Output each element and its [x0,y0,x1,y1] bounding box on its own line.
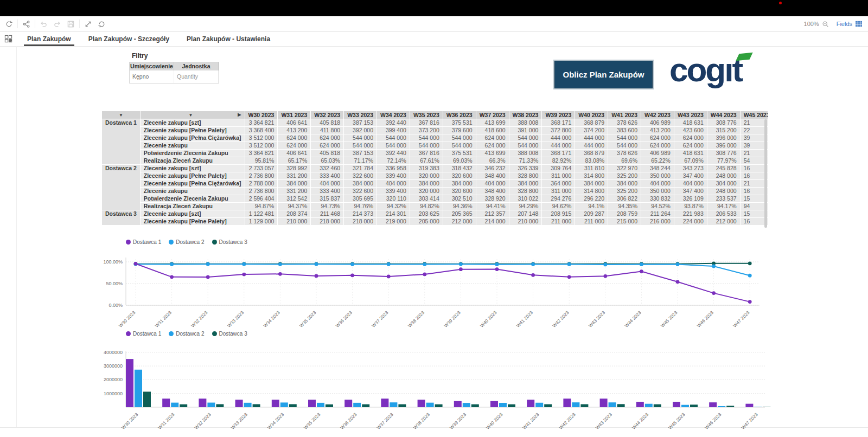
legend-item-dostawca-3[interactable]: Dostawca 3 [212,331,247,337]
pivot-week-header: W41 2023 [608,111,641,119]
pivot-value-cell: 71.33% [509,157,542,164]
sheet-navigator-icon[interactable] [0,35,16,43]
pivot-value-cell: 406 989 [641,119,674,126]
pivot-value-cell: 404 000 [641,180,674,187]
filter-value-umiejscowienie[interactable]: Kępno [130,70,174,83]
oblicz-plan-zakupow-button[interactable]: Oblicz Plan Zakupów [554,61,653,88]
pivot-value-cell: 94.73% [311,203,343,210]
pivot-dimension-dropdown-1[interactable]: ▼ [102,111,140,119]
pivot-value-cell: 294 276 [542,195,575,202]
pivot-value-cell: 406 989 [641,150,674,157]
pivot-value-cell: 65.22% [641,157,674,164]
table-row: Realizacja Zleceń Zakupu95.81%65.17%65.0… [102,157,768,164]
pivot-value-cell: 16 [741,218,768,225]
sync-icon[interactable] [2,18,16,30]
legend-item-dostawca-1[interactable]: Dostawca 1 [126,331,161,337]
filter-header-umiejscowienie[interactable]: Umiejscowienie [130,62,174,70]
pivot-value-cell: 367 816 [410,150,443,157]
legend-item-dostawca-1[interactable]: Dostawca 1 [126,239,161,245]
pivot-value-cell: 314 800 [575,188,608,195]
pivot-value-cell: 218 000 [311,218,343,225]
zoom-control[interactable]: 100% [804,21,829,28]
share-icon[interactable] [20,18,33,30]
table-row: Realizacja Zleceń Zakupu94.87%94.37%94.7… [102,203,768,210]
pivot-value-cell: 304 000 [707,180,740,187]
line-chart-legend: Dostawca 1Dostawca 2Dostawca 3 [126,239,247,245]
cogit-logo: cogıt [669,52,773,90]
svg-text:W43 2023: W43 2023 [588,310,607,329]
pivot-measure-label: Zlecenie zakupu [szt] [141,210,245,217]
pivot-value-cell: 94.82% [410,203,443,210]
table-row: Zlecenie zakupu [Pełne Palety]3 368 4004… [102,127,768,134]
magnifier-icon [822,21,829,28]
pivot-value-cell: 624 000 [674,134,707,142]
pivot-value-cell: 320 000 [410,188,443,195]
svg-text:W33 2023: W33 2023 [230,412,249,430]
pivot-value-cell: 544 000 [608,134,641,142]
pivot-measure-label: Potwierdzenie Zlecenia Zakupu [141,195,245,202]
pivot-value-cell: 94.76% [344,203,376,210]
pivot-value-cell: 348 244 [641,165,674,172]
legend-item-dostawca-2[interactable]: Dostawca 2 [169,239,204,245]
pivot-week-header: W39 2023 [542,111,575,119]
pivot-value-cell: 348 400 [476,188,509,195]
pivot-value-cell: 339 400 [377,172,410,179]
svg-text:W31 2023: W31 2023 [154,310,173,329]
pivot-value-cell: 83.08% [575,157,608,164]
pivot-value-cell: 39 [741,142,768,149]
tab-3[interactable]: Plan Zakupów - Ustawienia [178,31,279,46]
pivot-value-cell: 94.87% [245,203,278,210]
pivot-value-cell: 310 022 [509,195,542,202]
pivot-value-cell: 215 000 [608,218,641,225]
pivot-group-label: Dostawca 2 [102,165,140,210]
pivot-value-cell: 372 800 [542,127,575,134]
pivot-value-cell: 328 992 [278,165,310,172]
expand-icon[interactable] [81,18,95,30]
pivot-value-cell: 208 759 [608,210,641,217]
pivot-value-cell: 368 171 [542,119,575,126]
pivot-value-cell: 66.3% [476,157,509,164]
svg-text:W39 2023: W39 2023 [443,310,462,329]
pivot-value-cell: 388 008 [509,119,542,126]
pivot-value-cell: 208 915 [542,210,575,217]
pivot-value-cell: 444 000 [542,142,575,149]
svg-text:W45 2023: W45 2023 [667,412,686,430]
legend-item-dostawca-2[interactable]: Dostawca 2 [169,331,204,337]
pivot-measure-label: Realizacja Zleceń Zakupu [141,203,245,210]
legend-item-dostawca-3[interactable]: Dostawca 3 [212,239,247,245]
table-row: Potwierdzenie Zlecenia Zakupu2 596 40431… [102,195,768,202]
pivot-measure-label: Zlecenie zakupu [szt] [141,165,245,172]
pivot-value-cell: 392 440 [377,119,410,126]
pivot-value-cell: 15 [741,195,768,202]
pivot-value-cell: 214 000 [476,218,509,225]
reload-icon[interactable] [95,18,108,30]
pivot-value-cell: 311 810 [575,165,608,172]
pivot-vertical-scrollbar[interactable] [764,119,767,228]
pivot-value-cell: 544 000 [344,134,376,142]
pivot-value-cell: 303 414 [410,195,443,202]
filter-jednostka: Jednostka Quantity [174,62,219,83]
pivot-value-cell: 21 [741,180,768,187]
filter-header-jednostka[interactable]: Jednostka [174,62,219,70]
pivot-value-cell: 544 000 [377,134,410,142]
pivot-week-header: W30 2023 [245,111,278,119]
pivot-value-cell: 347 400 [674,188,707,195]
fields-button[interactable]: Fields [837,21,863,27]
filter-value-jednostka[interactable]: Quantity [174,70,219,83]
pivot-value-cell: 384 000 [575,180,608,187]
pivot-value-cell: 322 600 [344,172,376,179]
tab-1[interactable]: Plan Zakupów [18,31,80,46]
pivot-value-cell: 423 600 [674,127,707,134]
pivot-value-cell: 65.03% [311,157,343,164]
table-row: Zlecenie zakupu2 736 800331 200333 40032… [102,188,768,195]
svg-text:100.00%: 100.00% [103,259,123,265]
pivot-value-cell: 319 383 [410,165,443,172]
pivot-value-cell: 368 171 [542,150,575,157]
tabs-container: Plan ZakupówPlan Zakupów - SzczegółyPlan… [18,31,279,46]
pivot-value-cell: 624 000 [278,134,310,142]
pivot-value-cell: 3 512 000 [245,134,278,142]
pivot-value-cell: 320 600 [443,188,476,195]
pivot-value-cell: 375 531 [443,119,476,126]
pivot-dimension-dropdown-2[interactable]: ▼▶ [141,111,245,119]
tab-2[interactable]: Plan Zakupów - Szczegóły [80,31,178,46]
